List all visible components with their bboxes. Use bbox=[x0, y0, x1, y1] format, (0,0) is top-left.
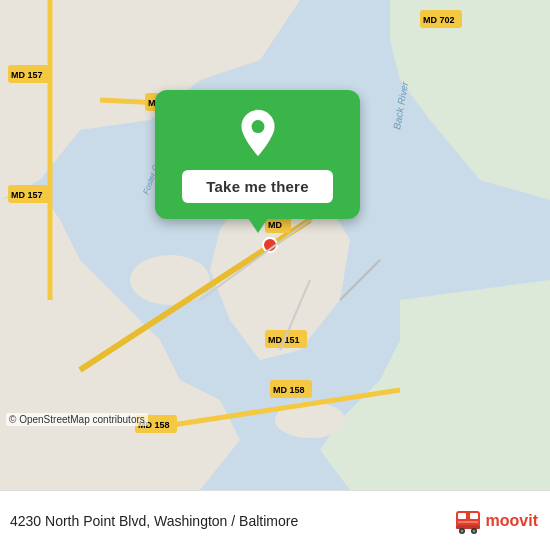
location-pin-icon bbox=[232, 108, 284, 160]
svg-point-45 bbox=[460, 529, 463, 532]
address-label: 4230 North Point Blvd, Washington / Balt… bbox=[10, 513, 298, 529]
svg-rect-42 bbox=[456, 525, 480, 529]
svg-point-7 bbox=[70, 332, 130, 368]
svg-text:MD 158: MD 158 bbox=[273, 385, 305, 395]
svg-point-37 bbox=[251, 120, 264, 133]
bottom-bar: 4230 North Point Blvd, Washington / Balt… bbox=[0, 490, 550, 550]
moovit-bus-icon bbox=[454, 507, 482, 535]
moovit-logo: moovit bbox=[454, 507, 538, 535]
svg-text:MD 157: MD 157 bbox=[11, 70, 43, 80]
map-container: MD 157 MD 157 MD 151 MD 158 MD 158 MD 15… bbox=[0, 0, 550, 490]
moovit-brand-text: moovit bbox=[486, 512, 538, 530]
svg-text:MD: MD bbox=[268, 220, 282, 230]
popup-card: Take me there bbox=[155, 90, 360, 219]
svg-point-6 bbox=[130, 255, 210, 305]
svg-rect-41 bbox=[458, 521, 478, 523]
svg-text:MD 702: MD 702 bbox=[423, 15, 455, 25]
svg-rect-39 bbox=[458, 513, 466, 519]
svg-point-46 bbox=[472, 529, 475, 532]
take-me-there-button[interactable]: Take me there bbox=[182, 170, 332, 203]
svg-rect-40 bbox=[470, 513, 478, 519]
osm-attribution: © OpenStreetMap contributors bbox=[6, 413, 148, 426]
svg-text:MD 157: MD 157 bbox=[11, 190, 43, 200]
